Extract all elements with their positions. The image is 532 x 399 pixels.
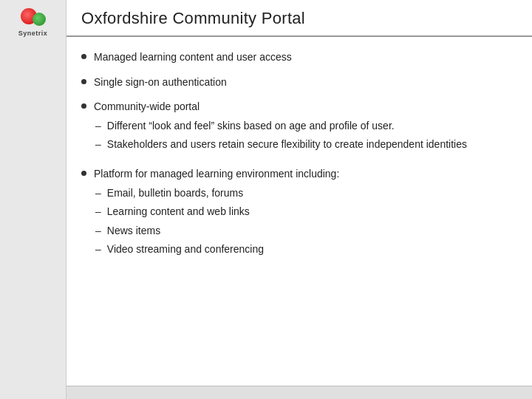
main-content: Oxfordshire Community Portal Managed lea…: [66, 0, 532, 399]
sub-item-text: Email, bulletin boards, forums: [107, 186, 243, 201]
list-item: Single sign-on authentication: [81, 75, 510, 90]
page-footer: [66, 386, 532, 399]
logo-green-circle: [33, 13, 46, 26]
bullet-dot-icon: [81, 79, 86, 84]
bullet-dot-icon: [81, 103, 86, 109]
sub-list: – Email, bulletin boards, forums – Learn…: [94, 186, 510, 257]
list-item: – Different “look and feel” skins based …: [94, 119, 510, 134]
sub-dash-icon: –: [95, 224, 101, 239]
bullet-dot-icon: [81, 171, 86, 176]
bullet-text: Single sign-on authentication: [94, 75, 510, 90]
bullet-text: Managed learning content and user access: [94, 50, 510, 65]
page-header: Oxfordshire Community Portal: [66, 0, 532, 37]
sub-item-text: Stakeholders and users retain secure fle…: [107, 137, 467, 152]
list-item: Platform for managed learning environmen…: [81, 167, 510, 262]
sub-item-text: Different “look and feel” skins based on…: [107, 119, 395, 134]
sub-item-text: Video streaming and conferencing: [107, 242, 264, 257]
bullet-dot-icon: [81, 54, 86, 59]
sidebar: Synetrix: [0, 0, 66, 399]
brand-label: Synetrix: [18, 30, 48, 37]
sub-item-text: News items: [107, 224, 160, 239]
sub-item-text: Learning content and web links: [107, 205, 250, 219]
list-item: Managed learning content and user access: [81, 50, 510, 65]
content-body: Managed learning content and user access…: [66, 37, 532, 386]
sub-list: – Different “look and feel” skins based …: [94, 119, 510, 152]
list-item: – News items: [94, 224, 510, 239]
sub-dash-icon: –: [95, 137, 101, 152]
list-item: – Learning content and web links: [94, 205, 510, 219]
list-item: – Video streaming and conferencing: [94, 242, 510, 257]
bullet-text-with-sub: Platform for managed learning environmen…: [94, 167, 510, 262]
synetrix-logo: [11, 6, 55, 27]
sub-dash-icon: –: [95, 242, 101, 257]
bullet-text-with-sub: Community-wide portal – Different “look …: [94, 100, 510, 157]
list-item: Community-wide portal – Different “look …: [81, 100, 510, 157]
page-wrapper: Synetrix Oxfordshire Community Portal Ma…: [0, 0, 532, 399]
bullet-main-text: Platform for managed learning environmen…: [94, 168, 339, 180]
sub-dash-icon: –: [95, 205, 101, 219]
page-title: Oxfordshire Community Portal: [81, 9, 305, 28]
sub-dash-icon: –: [95, 186, 101, 201]
bullet-main-text: Community-wide portal: [94, 100, 200, 112]
main-bullet-list: Managed learning content and user access…: [81, 50, 510, 262]
list-item: – Stakeholders and users retain secure f…: [94, 137, 510, 152]
logo-area: Synetrix: [11, 6, 55, 37]
list-item: – Email, bulletin boards, forums: [94, 186, 510, 201]
sub-dash-icon: –: [95, 119, 101, 134]
